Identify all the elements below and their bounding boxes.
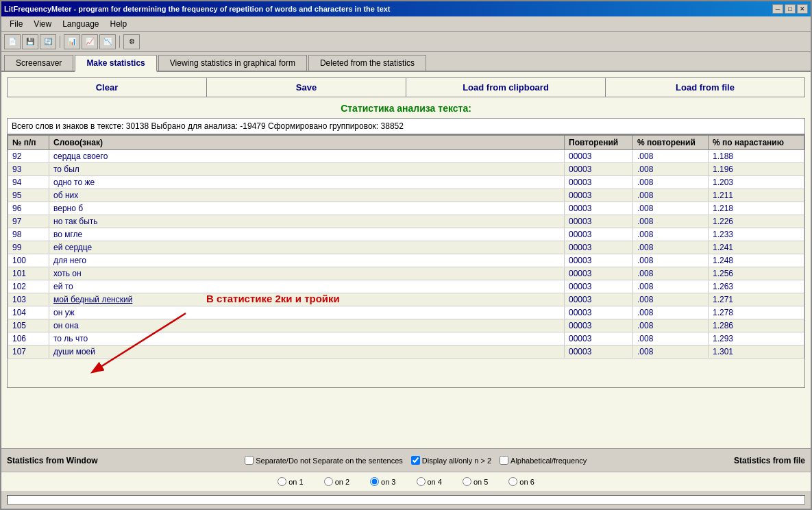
cell-reps: 00003 — [565, 345, 633, 359]
load-clipboard-button[interactable]: Load from clipboard — [406, 78, 606, 97]
cell-word: верно б — [49, 202, 565, 215]
table-row[interactable]: 102 ей то 00003 .008 1.263 — [8, 280, 804, 293]
cell-reps: 00003 — [565, 332, 633, 345]
toolbar-btn-5[interactable]: 📈 — [82, 34, 98, 49]
table-row[interactable]: 97 но так быть 00003 .008 1.226 — [8, 215, 804, 228]
title-text: LitFrequencyMeter - program for determin… — [4, 5, 391, 13]
cell-cum-pct: 1.188 — [709, 150, 804, 163]
table-row[interactable]: 101 хоть он 00003 .008 1.256 — [8, 267, 804, 280]
menu-file[interactable]: File — [4, 18, 28, 30]
header-reps: Повторений — [565, 136, 633, 150]
clear-button[interactable]: Clear — [8, 78, 207, 97]
radio-on1-label[interactable]: on 1 — [278, 477, 303, 486]
menu-help[interactable]: Help — [105, 18, 133, 30]
radio-on1[interactable] — [278, 477, 286, 486]
table-row[interactable]: 96 верно б 00003 .008 1.218 — [8, 202, 804, 215]
tab-screensaver[interactable]: Screensaver — [4, 55, 73, 71]
tab-make-statistics[interactable]: Make statistics — [75, 55, 156, 72]
title-bar: LitFrequencyMeter - program for determin… — [1, 1, 811, 16]
radio-on6[interactable] — [508, 477, 517, 486]
cell-pct-reps: .008 — [633, 215, 709, 228]
radio-on6-label[interactable]: on 6 — [508, 477, 534, 486]
bottom-bar: Statistics from Window Separate/Do not S… — [1, 448, 811, 472]
cell-pct-reps: .008 — [633, 280, 709, 293]
cell-num: 107 — [8, 345, 49, 359]
cell-cum-pct: 1.263 — [709, 280, 804, 293]
table-row[interactable]: 103 мой бедный ленский 00003 .008 1.271 — [8, 293, 804, 306]
cell-cum-pct: 1.293 — [709, 332, 804, 345]
cell-pct-reps: .008 — [633, 228, 709, 241]
cell-word: во мгле — [49, 228, 565, 241]
cell-word: души моей — [49, 345, 565, 359]
checkbox-display[interactable] — [411, 456, 420, 465]
checkbox-separate[interactable] — [245, 456, 254, 465]
table-row[interactable]: 93 то был 00003 .008 1.196 — [8, 163, 804, 176]
table-row[interactable]: 105 он она 00003 .008 1.286 — [8, 319, 804, 332]
checkbox-separate-label[interactable]: Separate/Do not Separate on the sentence… — [245, 456, 403, 465]
radio-on4[interactable] — [417, 477, 426, 486]
toolbar-btn-3[interactable]: 🔄 — [40, 34, 56, 49]
radio-on2[interactable] — [324, 477, 333, 486]
cell-word: он она — [49, 319, 565, 332]
toolbar-btn-2[interactable]: 💾 — [22, 34, 38, 49]
radio-on4-label[interactable]: on 4 — [417, 477, 442, 486]
cell-num: 99 — [8, 241, 49, 254]
checkbox-alpha[interactable] — [500, 456, 508, 465]
cell-pct-reps: .008 — [633, 306, 709, 319]
checkbox-display-label[interactable]: Display all/only n > 2 — [411, 456, 491, 465]
table-row[interactable]: 94 одно то же 00003 .008 1.203 — [8, 176, 804, 189]
cell-cum-pct: 1.196 — [709, 163, 804, 176]
load-file-button[interactable]: Load from file — [606, 78, 804, 97]
cell-reps: 00003 — [565, 215, 633, 228]
radio-on3-label[interactable]: on 3 — [370, 477, 395, 486]
tabs-container: Screensaver Make statistics Viewing stat… — [1, 52, 811, 72]
radio-on5-label[interactable]: on 5 — [463, 477, 488, 486]
cell-cum-pct: 1.271 — [709, 293, 804, 306]
table-row[interactable]: 99 ей сердце 00003 .008 1.241 — [8, 241, 804, 254]
cell-word: об них — [49, 189, 565, 202]
cell-reps: 00003 — [565, 150, 633, 163]
cell-word: хоть он — [49, 267, 565, 280]
maximize-button[interactable]: □ — [785, 4, 796, 14]
cell-reps: 00003 — [565, 189, 633, 202]
close-button[interactable]: ✕ — [797, 4, 808, 14]
radio-on3[interactable] — [370, 477, 379, 486]
checkbox-alpha-label[interactable]: Alphabetical/frequency — [500, 456, 587, 465]
progress-area — [1, 491, 811, 509]
checkbox-alpha-text: Alphabetical/frequency — [510, 457, 587, 465]
radio-on5[interactable] — [463, 477, 471, 486]
radio-on2-label[interactable]: on 2 — [324, 477, 349, 486]
menu-language[interactable]: Language — [57, 18, 104, 30]
tab-viewing-statistics[interactable]: Viewing statistics in graphical form — [158, 55, 307, 71]
cell-reps: 00003 — [565, 254, 633, 267]
cell-pct-reps: .008 — [633, 254, 709, 267]
table-row[interactable]: 100 для него 00003 .008 1.248 — [8, 254, 804, 267]
toolbar-btn-6[interactable]: 📉 — [99, 34, 116, 49]
save-button[interactable]: Save — [207, 78, 406, 97]
toolbar-btn-7[interactable]: ⚙ — [123, 34, 140, 49]
cell-reps: 00003 — [565, 163, 633, 176]
menu-view[interactable]: View — [28, 18, 57, 30]
toolbar-btn-1[interactable]: 📄 — [4, 34, 21, 49]
table-row[interactable]: 92 сердца своего 00003 .008 1.188 — [8, 150, 804, 163]
tab-deleted-statistics[interactable]: Deleted from the statistics — [308, 55, 426, 71]
bottom-checkboxes: Separate/Do not Separate on the sentence… — [245, 456, 587, 465]
table-row[interactable]: 95 об них 00003 .008 1.211 — [8, 189, 804, 202]
cell-reps: 00003 — [565, 202, 633, 215]
table-row[interactable]: 107 души моей 00003 .008 1.301 — [8, 345, 804, 359]
cell-pct-reps: .008 — [633, 176, 709, 189]
minimize-button[interactable]: ─ — [772, 4, 783, 14]
checkbox-separate-text: Separate/Do not Separate on the sentence… — [256, 457, 403, 465]
table-row[interactable]: 98 во мгле 00003 .008 1.233 — [8, 228, 804, 241]
table-row[interactable]: 106 то ль что 00003 .008 1.293 — [8, 332, 804, 345]
toolbar-btn-4[interactable]: 📊 — [64, 34, 80, 49]
table-row[interactable]: 104 он уж 00003 .008 1.278 — [8, 306, 804, 319]
cell-num: 104 — [8, 306, 49, 319]
data-table-container[interactable]: В статистике 2ки и тройки № п/п Слово(зн… — [7, 134, 805, 388]
stats-summary: Всего слов и знаков в тексте: 30138 Выбр… — [7, 118, 805, 134]
radio-on2-text: on 2 — [335, 478, 349, 486]
menu-bar: File View Language Help — [1, 16, 811, 32]
cell-reps: 00003 — [565, 267, 633, 280]
header-word: Слово(знак) — [49, 136, 565, 150]
cell-pct-reps: .008 — [633, 293, 709, 306]
